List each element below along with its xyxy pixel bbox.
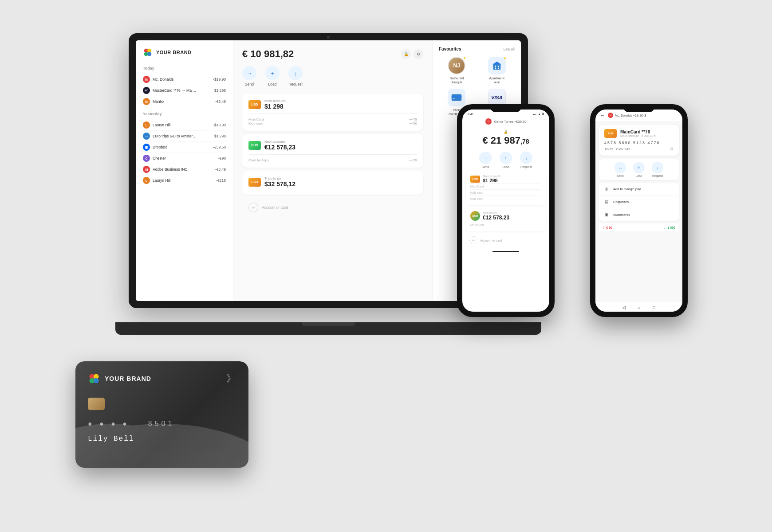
request-button[interactable]: ↓ Request (652, 162, 663, 177)
add-circle-icon: + (248, 203, 258, 212)
table-row[interactable]: M Mc. Donalds -$19,90 (143, 74, 226, 85)
load-label: Load (502, 165, 509, 168)
tx-name: Lauryn Hill (153, 123, 170, 127)
phone-load-button[interactable]: + Load (500, 152, 512, 168)
send-label: Send (617, 174, 623, 177)
send-button[interactable]: → Send (614, 162, 626, 177)
star-icon: ★ (503, 56, 507, 60)
incoming-amount: $ 500 (667, 226, 675, 229)
account-amount: $1 298 (264, 103, 286, 110)
add-account-row[interactable]: + Account or card (242, 198, 423, 217)
send-button[interactable]: → Send (242, 66, 256, 86)
phone-request-button[interactable]: ↓ Request (520, 152, 532, 168)
phone-new-account-card[interactable]: EUR New wallet €12 578,23 MainCard (466, 207, 546, 231)
phone-balance: € 21 987 (482, 135, 520, 146)
svg-point-3 (147, 52, 151, 56)
load-icon: + (265, 66, 280, 80)
phone-account-card-usd[interactable]: USD Main account $1 298 MainCard Kids ca… (466, 171, 546, 205)
lock-icon: 🔒 (468, 130, 544, 134)
card-name: Kids card (470, 191, 483, 194)
table-row[interactable]: M Manlio -€5,49 (143, 96, 226, 107)
card-wave (75, 406, 248, 468)
load-button[interactable]: + Load (633, 162, 645, 177)
back-nav-button[interactable]: ◁ (620, 304, 627, 311)
account-amount: $32 578,12 (264, 180, 295, 188)
request-label: Request (288, 82, 303, 86)
recents-nav-button[interactable]: □ (650, 304, 658, 311)
card-brand-icon (88, 372, 100, 385)
table-row[interactable]: L Lauryn Hill -€218 (143, 175, 226, 186)
android-nav: ◁ ○ □ (595, 302, 682, 312)
phone-left: 9:41 ▪▪▪ ▲ ▮ G Gema Torres −€39,50 🔒 € 2… (457, 104, 555, 317)
load-button[interactable]: + Load (265, 66, 280, 86)
statements-menu-item[interactable]: ▣ Statements (599, 208, 679, 221)
tx-name: Chester (153, 156, 166, 160)
outgoing-amount: € 90 (607, 226, 613, 229)
account-amount: €12 578,23 (264, 144, 295, 151)
table-row[interactable]: Ai Adobe Business INC. -€5,49 (143, 164, 226, 175)
table-row[interactable]: ◉ Dropbox -€39,50 (143, 142, 226, 153)
statements-icon: ▣ (603, 211, 610, 218)
tx-name: Lauryn Hill (153, 178, 170, 183)
tx-icon-manlio: M (143, 98, 150, 105)
phone-bottom-bar (462, 247, 549, 256)
account-card-usd2[interactable]: USD Trips to go $32 578,12 (242, 171, 423, 195)
eur-dot: EUR (470, 211, 480, 221)
phone-notch (490, 104, 521, 112)
phone-time: 9:41 (468, 113, 474, 116)
add-label: Account or card (480, 239, 502, 242)
fav-name: Apartmentrent (489, 76, 504, 84)
building-icon (492, 61, 502, 70)
load-icon: + (500, 152, 512, 164)
send-icon: → (614, 162, 626, 173)
home-nav-button[interactable]: ○ (635, 304, 642, 311)
table-row[interactable]: → Euro trips GO to Amster → Master... $1… (143, 131, 226, 142)
balance-icons: 🔒 ⚙ (401, 49, 423, 59)
phone-send-button[interactable]: → Send (479, 152, 492, 168)
request-button[interactable]: ↓ Request (288, 66, 303, 86)
account-card-usd[interactable]: USD Main account $1 298 MainCard ++78 (242, 94, 423, 131)
account-amount: €12 578,23 (483, 215, 509, 221)
today-label: Today (143, 66, 226, 70)
tx-icon: L (143, 177, 150, 184)
send-icon: → (242, 66, 256, 80)
table-row[interactable]: C Chester -€90 (143, 153, 226, 164)
back-arrow-icon[interactable]: ← (600, 112, 605, 118)
fav-icon-bg (448, 89, 465, 106)
usd-dot: USD (470, 176, 480, 183)
outgoing-arrow-icon: ↑ (603, 225, 605, 230)
svg-rect-8 (498, 68, 499, 69)
nfc-icon: 》 (226, 372, 236, 385)
requisites-menu-item[interactable]: ▤ Requisites (599, 196, 679, 208)
battery-icon: ▮ (542, 112, 544, 116)
add-circle-icon: + (469, 236, 477, 244)
phone-balance-dec: ,78 (520, 138, 529, 145)
lock-icon[interactable]: 🔒 (401, 49, 411, 59)
phone-add-account[interactable]: + Account or card (466, 234, 546, 247)
account-label: New account (264, 140, 295, 144)
tx-amount: -$19,90 (213, 77, 226, 82)
settings-icon[interactable]: ⚙ (414, 49, 423, 59)
svg-marker-9 (492, 62, 501, 64)
scene: YOUR BRAND Today M Mc. Donalds -$19,90 M… (75, 33, 697, 499)
card-name: Card for trips (248, 158, 269, 162)
see-all-button[interactable]: See all (503, 47, 515, 51)
table-row[interactable]: MC MasterCard **76 → Main account $1 298 (143, 85, 226, 96)
wifi-icon: ▲ (538, 113, 541, 116)
eur-badge: EUR (248, 141, 261, 150)
fav-name: NathanielJoseph (449, 76, 464, 84)
request-label: Request (652, 174, 663, 177)
account-card-eur[interactable]: EUR New account €12 578,23 Card for trip… (242, 134, 423, 168)
phone-right-bottom: ↑ € 90 ↓ $ 500 (599, 223, 679, 231)
card-settings-icon[interactable]: ⚙ (670, 147, 674, 151)
google-pay-icon: ◎ (603, 186, 610, 192)
fav-item-nathaniel[interactable]: NJ ★ NathanielJoseph (439, 57, 475, 84)
laptop-main: € 10 981,82 🔒 ⚙ → Send + Lo (233, 40, 432, 301)
requisites-icon: ▤ (603, 199, 610, 205)
google-pay-menu-item[interactable]: ◎ Add to Google pay (599, 183, 679, 196)
account-label: Trips to go (264, 176, 295, 180)
card-name: Kids card (470, 197, 483, 200)
fav-item-apartment[interactable]: ★ Apartmentrent (479, 57, 515, 84)
table-row[interactable]: L Lauryn Hill -$19,90 (143, 120, 226, 131)
main-card-display[interactable]: EUR MainCard **76 Main account · 5 098,4… (599, 125, 679, 156)
